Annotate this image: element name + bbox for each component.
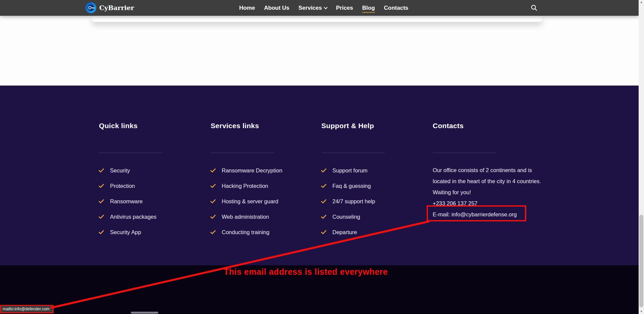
check-icon: [210, 183, 216, 189]
cybarrier-logo-icon: [85, 2, 97, 13]
footer-heading: Support & Help: [321, 122, 374, 130]
scroll-up-arrow[interactable]: ▲: [639, 0, 644, 5]
footer-link-label: Support forum: [332, 167, 368, 174]
footer-link-ransomware-decryption[interactable]: Ransomware Decryption: [210, 163, 282, 178]
nav-item-home[interactable]: Home: [239, 3, 255, 13]
horizontal-scrollbar-thumb[interactable]: [131, 312, 158, 314]
phone-number[interactable]: +233 206 137 257: [433, 198, 547, 209]
page-background: [0, 16, 644, 86]
main-menu: Home About Us Services Prices Blog Conta…: [239, 0, 408, 16]
footer-link-label: Departure: [332, 229, 357, 235]
status-bar-link-preview: mailto:info@defender.com: [1, 306, 53, 312]
check-icon: [321, 167, 327, 173]
bottom-bar: CyBarrier f in: [0, 265, 644, 314]
footer-link-label: Conducting training: [222, 229, 269, 235]
footer-link-hosting-server-guard[interactable]: Hosting & server guard: [210, 194, 282, 209]
divider: [211, 153, 274, 153]
nav-item-services[interactable]: Services: [299, 3, 327, 13]
check-icon: [210, 167, 216, 173]
footer-link-label: Hacking Protection: [222, 183, 268, 189]
check-icon: [321, 229, 327, 235]
footer-link-label: Hosting & server guard: [222, 198, 278, 205]
footer-link-faq-guessing[interactable]: Faq & guessing: [321, 178, 375, 194]
check-icon: [210, 229, 216, 235]
nav-item-contacts[interactable]: Contacts: [384, 3, 409, 13]
check-icon: [321, 183, 327, 189]
brand-name: CyBarrier: [99, 4, 134, 11]
footer-link-label: Antivirus packages: [110, 214, 157, 220]
scroll-down-arrow[interactable]: ▼: [639, 309, 644, 314]
footer-link-label: Protection: [110, 183, 135, 189]
footer-column-support-help: Support & Help Support forum Faq & guess…: [321, 86, 428, 265]
chevron-down-icon: [324, 5, 327, 9]
footer-link-protection[interactable]: Protection: [98, 178, 157, 194]
check-icon: [321, 198, 327, 204]
navbar-brand[interactable]: CyBarrier: [85, 2, 134, 13]
footer-link-label: Web administration: [222, 214, 269, 220]
footer-link-departure[interactable]: Departure: [321, 224, 375, 240]
divider: [321, 153, 385, 153]
footer-link-label: Ransomware: [110, 198, 143, 205]
footer-link-label: Security: [110, 167, 130, 174]
footer-column-services-links: Services links Ransomware Decryption Hac…: [210, 86, 317, 265]
footer-heading: Quick links: [99, 122, 138, 130]
page: CyBarrier Home About Us Services Prices …: [0, 0, 644, 314]
footer-link-web-administration[interactable]: Web administration: [210, 209, 282, 224]
footer: Quick links Security Protection Ransomwa…: [0, 86, 644, 265]
footer-link-hacking-protection[interactable]: Hacking Protection: [210, 178, 282, 194]
nav-item-services-label: Services: [299, 5, 322, 11]
footer-column-quick-links: Quick links Security Protection Ransomwa…: [98, 86, 206, 265]
email-link[interactable]: E-mail: info@cybarrierdefense.org: [433, 209, 547, 220]
top-navbar: CyBarrier Home About Us Services Prices …: [0, 0, 639, 16]
footer-link-counseling[interactable]: Counseling: [321, 209, 375, 224]
check-icon: [98, 183, 104, 189]
footer-link-support-forum[interactable]: Support forum: [321, 163, 375, 178]
footer-link-label: Counseling: [332, 214, 360, 220]
nav-item-blog[interactable]: Blog: [362, 3, 375, 13]
search-icon[interactable]: [530, 4, 538, 12]
footer-link-ransomware[interactable]: Ransomware: [98, 194, 157, 209]
check-icon: [98, 167, 104, 173]
footer-heading: Contacts: [433, 122, 464, 130]
nav-item-about-us[interactable]: About Us: [264, 3, 289, 13]
divider: [433, 153, 496, 153]
footer-link-label: Faq & guessing: [332, 183, 371, 189]
vertical-scrollbar[interactable]: ▲ ▼: [639, 0, 644, 314]
check-icon: [98, 229, 104, 235]
footer-link-security-app[interactable]: Security App: [98, 224, 157, 240]
nav-item-prices[interactable]: Prices: [336, 3, 353, 13]
check-icon: [321, 214, 327, 220]
footer-link-antivirus-packages[interactable]: Antivirus packages: [98, 209, 157, 224]
check-icon: [98, 198, 104, 204]
check-icon: [98, 214, 104, 220]
divider: [99, 153, 163, 153]
content-card-bottom: [92, 16, 542, 22]
footer-heading: Services links: [211, 122, 259, 130]
footer-column-contacts: Contacts Our office consists of 2 contin…: [432, 86, 548, 265]
footer-link-247-support-help[interactable]: 24/7 support help: [321, 194, 375, 209]
vertical-scrollbar-thumb[interactable]: [639, 215, 643, 307]
check-icon: [210, 214, 216, 220]
check-icon: [210, 198, 216, 204]
footer-link-label: Security App: [110, 229, 141, 235]
footer-link-label: 24/7 support help: [332, 198, 375, 205]
footer-link-security[interactable]: Security: [98, 163, 157, 178]
footer-link-label: Ransomware Decryption: [222, 167, 282, 174]
office-description: Our office consists of 2 continents and …: [433, 165, 547, 198]
footer-link-conducting-training[interactable]: Conducting training: [210, 224, 282, 240]
